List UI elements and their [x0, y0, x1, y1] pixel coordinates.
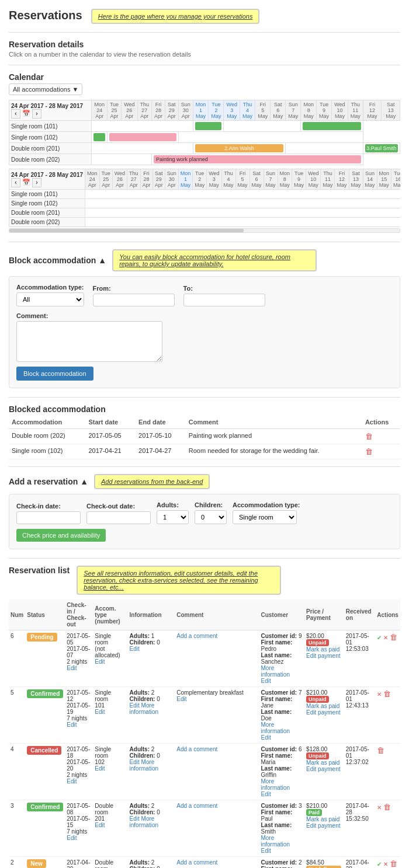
accommodation-dropdown[interactable]: All accommodations ▼: [9, 83, 82, 95]
edit-payment-3[interactable]: Edit payment: [306, 822, 340, 829]
edit-accom-3[interactable]: Edit: [95, 822, 105, 828]
edit-payment-6[interactable]: Edit payment: [306, 653, 340, 659]
edit-customer-6[interactable]: Edit: [261, 678, 271, 684]
cancel-action-6[interactable]: ✕: [383, 635, 388, 641]
delete-action-3[interactable]: 🗑: [383, 803, 391, 811]
confirm-action-2[interactable]: ✔: [377, 861, 382, 867]
calendar-top: 24 Apr 2017 - 28 May 2017 ‹ 📅 › Mon24Apr…: [9, 100, 400, 165]
res-accom-5: Single room 101 Edit: [93, 687, 127, 744]
res-status-5: Confirmed: [25, 687, 65, 744]
status-badge-2: New: [27, 859, 46, 868]
delete-action-5[interactable]: 🗑: [383, 689, 391, 698]
edit-info-5[interactable]: Edit: [130, 702, 140, 709]
cal-next-btn-2[interactable]: ›: [32, 178, 41, 187]
checkout-label: Check-out date:: [86, 503, 151, 510]
edit-accom-6[interactable]: Edit: [95, 658, 105, 665]
res-received-5: 2017-05-01 12:43:13: [344, 687, 375, 744]
add-reservation-fields: Check-in date: Check-out date: Adults: 1…: [16, 501, 393, 524]
res-actions-2: ✔ ✕ 🗑: [375, 857, 400, 869]
more-info-customer-3[interactable]: More information: [261, 835, 289, 848]
cancel-action-3[interactable]: ✕: [377, 804, 382, 811]
cancel-action-2[interactable]: ✕: [383, 861, 388, 867]
add-comment-link-6[interactable]: Add a comment: [176, 633, 217, 639]
block-from-input[interactable]: [93, 294, 175, 306]
check-availability-button[interactable]: Check price and availability: [16, 529, 106, 542]
payment-badge-6: Unpaid: [306, 639, 329, 646]
blocked-col-start: Start date: [85, 416, 136, 429]
blocked-row-1: Double room (202) 2017-05-05 2017-05-10 …: [9, 429, 400, 444]
edit-dates-4[interactable]: Edit: [67, 778, 77, 785]
delete-action-2[interactable]: 🗑: [390, 859, 397, 868]
checkin-input[interactable]: [16, 511, 81, 524]
mark-paid-3[interactable]: Mark as paid: [306, 816, 339, 822]
delete-action-6[interactable]: 🗑: [390, 633, 397, 642]
add-comment-link-4[interactable]: Add a comment: [176, 746, 217, 752]
res-actions-6: ✔ ✕ 🗑: [375, 630, 400, 687]
children-select[interactable]: 012: [195, 510, 227, 524]
res-received-3: 2017-04-28 15:32:50: [344, 800, 375, 857]
cal-prev-btn[interactable]: ‹: [11, 109, 20, 118]
block-type-select[interactable]: All: [16, 292, 84, 306]
add-comment-link-3[interactable]: Add a comment: [176, 803, 217, 809]
cal-next-btn[interactable]: ›: [32, 109, 41, 118]
blocked-start-1: 2017-05-05: [85, 429, 136, 444]
res-col-actions: Actions: [375, 599, 400, 630]
blocked-col-comment: Comment: [186, 416, 362, 429]
more-info-customer-6[interactable]: More information: [261, 665, 289, 678]
blocked-table: Accommodation Start date End date Commen…: [9, 416, 400, 459]
reservation-list-title: Reservation list: [9, 566, 70, 575]
edit-info-3[interactable]: Edit: [130, 815, 140, 822]
delete-action-4[interactable]: 🗑: [377, 746, 384, 755]
edit-info-4[interactable]: Edit: [130, 759, 140, 765]
edit-payment-5[interactable]: Edit payment: [306, 709, 340, 716]
blocked-accommodation-section: Blocked accommodation Accommodation Star…: [9, 405, 400, 459]
mark-paid-5[interactable]: Mark as paid: [306, 703, 339, 709]
add-comment-link-2[interactable]: Add a comment: [176, 859, 217, 866]
cal-prev-btn-2[interactable]: ‹: [11, 178, 20, 187]
more-info-customer-4[interactable]: More information: [261, 778, 289, 791]
reservation-details-subtitle: Click on a number in the calendar to vie…: [9, 51, 400, 58]
calendar-bottom-wrapper: 24 Apr 2017 - 28 May 2017 ‹ 📅 › Mon24Apr…: [9, 169, 400, 233]
more-info-customer-5[interactable]: More information: [261, 721, 289, 734]
add-reservation-toggle[interactable]: Add a reservation ▲: [9, 477, 88, 486]
cancel-action-5[interactable]: ✕: [377, 691, 382, 698]
edit-accom-4[interactable]: Edit: [95, 765, 105, 772]
block-accommodation-toggle[interactable]: Block accommodation ▲: [9, 256, 106, 265]
cal2-row-202: Double room (202): [9, 218, 401, 227]
edit-customer-3[interactable]: Edit: [261, 848, 271, 854]
edit-comment-5[interactable]: Edit: [176, 696, 186, 702]
mark-paid-6[interactable]: Mark as paid: [306, 646, 339, 653]
res-price-5: $210.00 Unpaid Mark as paid Edit payment: [304, 687, 344, 744]
blocked-room-2: Single room (102): [9, 444, 85, 459]
payment-badge-2: Not fully p...: [306, 866, 341, 868]
checkout-input[interactable]: [86, 511, 151, 524]
block-accommodation-button[interactable]: Block accommodation: [16, 367, 93, 381]
res-info-3: Adults: 2 Children: 0 Edit More informat…: [128, 800, 175, 857]
delete-block-2[interactable]: 🗑: [365, 447, 373, 456]
calendar-title: Calendar: [9, 72, 400, 82]
adults-label: Adults:: [157, 501, 189, 508]
block-comment-group: Comment:: [16, 312, 393, 362]
edit-dates-5[interactable]: Edit: [67, 721, 77, 728]
adults-select[interactable]: 123: [157, 510, 189, 524]
checkout-group: Check-out date:: [86, 503, 151, 524]
edit-info-6[interactable]: Edit: [130, 646, 140, 652]
edit-dates-6[interactable]: Edit: [67, 665, 77, 671]
confirm-action-6[interactable]: ✔: [377, 635, 382, 641]
edit-customer-4[interactable]: Edit: [261, 791, 271, 797]
children-group: Children: 012: [195, 501, 227, 524]
accom-type-select[interactable]: Single roomDouble room: [233, 510, 297, 524]
edit-accom-5[interactable]: Edit: [95, 709, 105, 715]
block-to-input[interactable]: [183, 294, 265, 306]
calendar-scrollbar[interactable]: [9, 228, 400, 233]
block-comment-textarea[interactable]: [16, 321, 162, 362]
mark-paid-4[interactable]: Mark as paid: [306, 759, 339, 766]
edit-payment-4[interactable]: Edit payment: [306, 766, 340, 772]
edit-dates-3[interactable]: Edit: [67, 835, 77, 841]
delete-block-1[interactable]: 🗑: [365, 432, 373, 441]
blocked-start-2: 2017-04-21: [85, 444, 136, 459]
edit-customer-5[interactable]: Edit: [261, 734, 271, 741]
res-price-2: $84.50 Not fully p... Paid: $50.00To be …: [304, 857, 344, 869]
payment-badge-4: Unpaid: [306, 752, 329, 759]
blocked-col-end: End date: [136, 416, 186, 429]
